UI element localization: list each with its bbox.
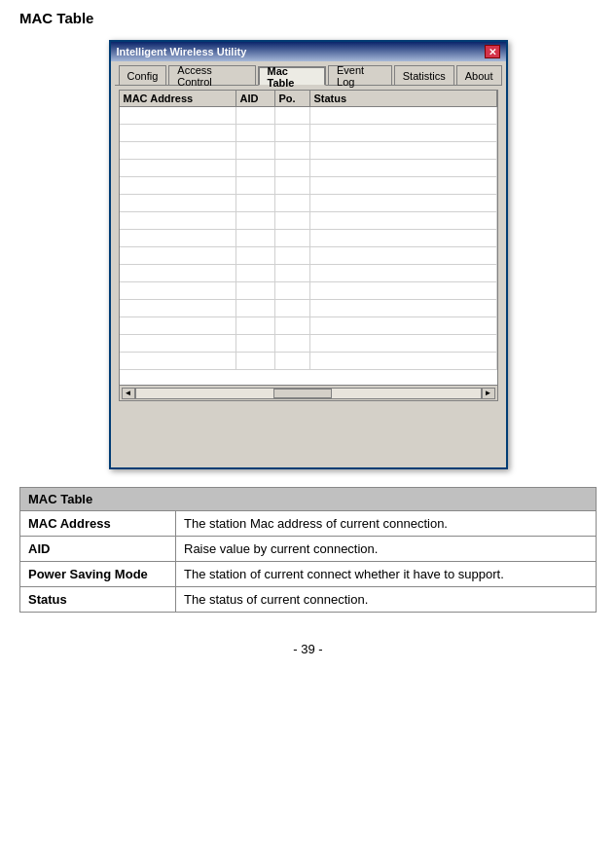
dialog-body: Config Access Control Mac Table Event Lo… — [111, 61, 506, 467]
scrollbar-left-button[interactable]: ◄ — [122, 388, 135, 399]
cell — [275, 282, 310, 299]
table-header: MAC Address AID Po. Status — [120, 91, 497, 107]
table-row — [120, 353, 497, 370]
cell — [310, 317, 497, 334]
cell — [275, 247, 310, 264]
cell — [120, 230, 236, 246]
horizontal-scrollbar[interactable]: ◄ ► — [120, 385, 497, 400]
cell — [120, 177, 236, 194]
cell — [120, 195, 236, 211]
tab-strip: Config Access Control Mac Table Event Lo… — [115, 65, 502, 86]
tab-config[interactable]: Config — [119, 65, 167, 85]
cell — [310, 177, 497, 194]
cell — [310, 142, 497, 159]
tab-about[interactable]: About — [456, 65, 502, 85]
cell — [236, 212, 275, 229]
col-header-mac-address: MAC Address — [120, 91, 236, 106]
dialog-close-button[interactable]: ✕ — [485, 45, 500, 58]
cell — [120, 353, 236, 369]
desc-section-header: MAC Table — [20, 488, 597, 511]
cell — [275, 265, 310, 281]
cell — [236, 160, 275, 176]
col-header-po: Po. — [275, 91, 310, 106]
cell — [275, 230, 310, 246]
page-title: MAC Table — [19, 10, 597, 26]
cell — [120, 142, 236, 159]
scrollbar-track[interactable] — [135, 388, 482, 399]
tab-statistics[interactable]: Statistics — [394, 65, 454, 85]
scrollbar-right-button[interactable]: ► — [482, 388, 495, 399]
cell — [236, 265, 275, 281]
cell — [236, 195, 275, 211]
cell — [236, 335, 275, 352]
cell — [236, 230, 275, 246]
table-row — [120, 195, 497, 212]
cell — [310, 282, 497, 299]
table-row — [120, 317, 497, 335]
table-row — [120, 282, 497, 300]
cell — [236, 282, 275, 299]
tab-mac-table[interactable]: Mac Table — [258, 66, 326, 86]
dialog-title: Intelligent Wireless Utility — [117, 46, 247, 57]
cell — [275, 212, 310, 229]
dialog-titlebar: Intelligent Wireless Utility ✕ — [111, 42, 506, 61]
cell — [310, 247, 497, 264]
cell — [310, 265, 497, 281]
cell — [275, 353, 310, 369]
cell — [236, 107, 275, 124]
cell — [275, 107, 310, 124]
cell — [275, 177, 310, 194]
cell — [120, 265, 236, 281]
dialog-bottom-area — [115, 405, 502, 464]
cell — [120, 317, 236, 334]
cell — [275, 300, 310, 316]
cell — [236, 317, 275, 334]
table-row — [120, 160, 497, 177]
cell — [236, 177, 275, 194]
desc-def-mac-address: The station Mac address of current conne… — [176, 511, 597, 537]
desc-term-power-saving-mode: Power Saving Mode — [20, 562, 176, 587]
desc-row-mac-address: MAC Address The station Mac address of c… — [20, 511, 597, 537]
cell — [310, 195, 497, 211]
cell — [120, 212, 236, 229]
cell — [236, 353, 275, 369]
desc-def-power-saving-mode: The station of current connect whether i… — [176, 562, 597, 587]
table-row — [120, 300, 497, 317]
table-row — [120, 107, 497, 125]
page-number: - 39 - — [19, 642, 597, 656]
tab-event-log[interactable]: Event Log — [328, 65, 392, 85]
table-row — [120, 335, 497, 353]
description-table: MAC Table MAC Address The station Mac ad… — [19, 487, 597, 613]
cell — [310, 107, 497, 124]
table-row — [120, 212, 497, 230]
cell — [120, 282, 236, 299]
col-header-status: Status — [310, 91, 497, 106]
table-rows — [120, 107, 497, 385]
table-row — [120, 177, 497, 195]
cell — [120, 125, 236, 141]
cell — [275, 142, 310, 159]
cell — [236, 142, 275, 159]
table-row — [120, 230, 497, 247]
cell — [275, 160, 310, 176]
scrollbar-thumb[interactable] — [273, 389, 332, 398]
table-row — [120, 142, 497, 160]
tab-access-control[interactable]: Access Control — [168, 65, 255, 85]
cell — [275, 125, 310, 141]
desc-row-power-saving-mode: Power Saving Mode The station of current… — [20, 562, 597, 587]
cell — [120, 300, 236, 316]
cell — [275, 195, 310, 211]
col-header-aid: AID — [236, 91, 275, 106]
cell — [120, 335, 236, 352]
cell — [310, 125, 497, 141]
desc-row-aid: AID Raise value by current connection. — [20, 537, 597, 562]
table-row — [120, 265, 497, 282]
cell — [236, 125, 275, 141]
table-row — [120, 247, 497, 265]
desc-def-aid: Raise value by current connection. — [176, 537, 597, 562]
cell — [310, 230, 497, 246]
cell — [236, 247, 275, 264]
table-row — [120, 125, 497, 142]
cell — [275, 317, 310, 334]
cell — [310, 335, 497, 352]
